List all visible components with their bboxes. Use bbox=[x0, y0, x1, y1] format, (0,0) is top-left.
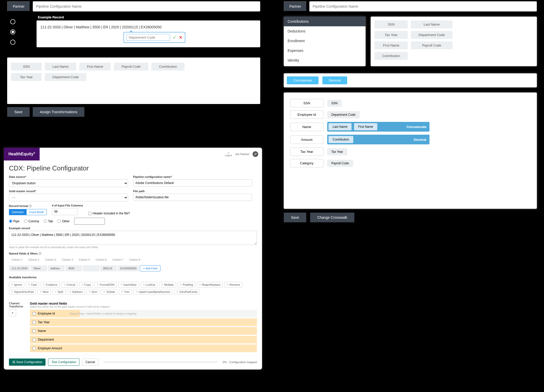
chip-ssn[interactable]: SSN bbox=[375, 20, 408, 28]
transform-subtract[interactable]: ⠿ Subtract bbox=[67, 289, 85, 295]
field-chip-contribution[interactable]: Contribution bbox=[151, 63, 185, 71]
mapping-combined[interactable]: Last NameFirst NameConcatenate bbox=[327, 122, 429, 132]
header-included-checkbox[interactable]: Header included in the file? bbox=[88, 212, 130, 215]
transform-regexreplace[interactable]: ⠿ RegexReplace bbox=[197, 282, 223, 287]
column-value[interactable]: 111-22-3333 bbox=[9, 265, 30, 271]
transform-padding[interactable]: ⠿ Padding bbox=[178, 282, 195, 287]
master-row-checkbox[interactable] bbox=[32, 329, 36, 333]
transform-uppercasealphanumeric[interactable]: ⠿ UpperCaseAlphaNumeric bbox=[133, 289, 173, 295]
pipeline-config-name-input[interactable] bbox=[33, 1, 260, 11]
field-chip-payroll[interactable]: Payroll Code bbox=[114, 63, 148, 71]
list-item-expenses[interactable]: Expenses bbox=[284, 46, 366, 55]
partner-button-c[interactable]: Partner bbox=[284, 1, 307, 11]
data-source-select[interactable]: Dropdown button bbox=[9, 179, 128, 187]
transform-formatssn[interactable]: ⠿ FormatSSN bbox=[95, 282, 117, 287]
num-cols-input[interactable] bbox=[52, 208, 77, 215]
transform-inputvalue[interactable]: ⠿ InputValue bbox=[118, 282, 139, 287]
field-name-input[interactable] bbox=[127, 34, 170, 41]
radio-option-2[interactable] bbox=[10, 29, 15, 34]
save-configuration-button[interactable]: 🖫 Save Configuration bbox=[9, 359, 46, 366]
transform-concat[interactable]: ⠿ Concat bbox=[61, 282, 78, 287]
column-value[interactable]: 3500 bbox=[65, 265, 82, 271]
list-item-deductions[interactable]: Deductions bbox=[284, 26, 366, 36]
chip-firstname[interactable]: First Name bbox=[375, 41, 408, 49]
master-row[interactable]: Tax Year bbox=[30, 318, 257, 326]
chip-payroll[interactable]: Payroll Code bbox=[411, 41, 452, 49]
transform-concatenate[interactable]: Concatenate bbox=[287, 76, 319, 84]
master-row-checkbox[interactable] bbox=[32, 321, 36, 324]
cancel-button[interactable]: Cancel bbox=[82, 359, 98, 366]
save-button[interactable]: Save bbox=[7, 107, 30, 117]
field-chip-taxyear[interactable]: Tax Year bbox=[11, 73, 42, 81]
pipeline-config-name-input-c[interactable] bbox=[309, 1, 537, 11]
mapping-source-chip[interactable]: Department Code bbox=[327, 111, 360, 118]
transform-decimal[interactable]: Decimal bbox=[322, 76, 347, 84]
transform-zeropadcents[interactable]: ⠿ ZeroPadCents bbox=[174, 289, 200, 295]
partner-button[interactable]: Partner bbox=[7, 1, 30, 11]
master-row[interactable]: Department bbox=[30, 336, 257, 343]
chip-taxyear[interactable]: Tax Year bbox=[375, 31, 408, 39]
mapping-source-chip[interactable]: SSN bbox=[327, 100, 342, 107]
change-crosswalk-button[interactable]: Change Crosswalk bbox=[310, 213, 355, 222]
column-value[interactable] bbox=[83, 265, 99, 271]
field-chip-lastname[interactable]: Last Name bbox=[45, 63, 76, 71]
transform-sum[interactable]: ⠿ Sum bbox=[86, 289, 100, 295]
gold-master-select[interactable]: - - bbox=[9, 194, 128, 201]
assign-transformations-button[interactable]: Assign Transformations bbox=[33, 107, 84, 117]
add-field-button[interactable]: + Add Field bbox=[140, 265, 161, 271]
mapping-target[interactable]: Category bbox=[290, 159, 323, 167]
transform-ignore[interactable]: ⠿ Ignore bbox=[9, 282, 24, 287]
transform-trim[interactable]: ⠿ Trim bbox=[119, 289, 132, 295]
mapping-source-chip[interactable]: First Name bbox=[354, 123, 377, 130]
user-avatar[interactable]: JP bbox=[253, 151, 258, 157]
transform-rename[interactable]: ⠿ Rename bbox=[224, 282, 242, 287]
file-path-input[interactable] bbox=[133, 194, 252, 201]
mapping-target[interactable]: Employee Id bbox=[290, 110, 323, 119]
column-value[interactable]: 300115 bbox=[100, 265, 117, 271]
transform-lookup[interactable]: ⠿ LookUp bbox=[141, 282, 158, 287]
field-chip-deptcode[interactable]: Department Code bbox=[45, 73, 86, 81]
logout-button[interactable]: ⎋ Logout bbox=[225, 152, 232, 157]
mapping-combined[interactable]: ContributionDecimal bbox=[327, 135, 429, 144]
other-delim-input[interactable] bbox=[74, 218, 105, 225]
mapping-target[interactable]: Name bbox=[290, 123, 323, 131]
mapping-target[interactable]: Amount bbox=[290, 135, 323, 144]
mapping-target[interactable]: SSN bbox=[290, 99, 323, 107]
add-chained-button[interactable]: + bbox=[9, 309, 16, 316]
save-button-c[interactable]: Save bbox=[284, 213, 306, 222]
example-record-textarea[interactable]: 111-22-3333 | Oliver | Matthew | 3500 | … bbox=[9, 231, 257, 245]
transform-coalesce[interactable]: ⠿ Coalesce bbox=[41, 282, 60, 287]
confirm-icon[interactable]: ✓ bbox=[173, 35, 176, 40]
seg-fixed-width[interactable]: Fixed Width bbox=[26, 209, 47, 215]
transform-multiply[interactable]: ⠿ Multiply bbox=[159, 282, 176, 287]
transform-todate[interactable]: ⠿ ToDate bbox=[101, 289, 117, 295]
radio-option-1[interactable] bbox=[10, 19, 15, 24]
radio-comma[interactable]: Comma bbox=[24, 220, 39, 223]
transform-cast[interactable]: ⠿ Cast bbox=[26, 282, 39, 287]
seg-delimited[interactable]: Delimited bbox=[9, 209, 26, 215]
radio-option-3[interactable] bbox=[10, 40, 15, 45]
radio-pipe[interactable]: Pipe bbox=[9, 220, 19, 223]
field-chip-firstname[interactable]: First Name bbox=[79, 63, 111, 71]
column-value[interactable]: latthew bbox=[48, 265, 65, 271]
mapping-source-chip[interactable]: Last Name bbox=[328, 123, 352, 130]
mapping-source-chip[interactable]: Tax Year bbox=[327, 148, 347, 155]
radio-tab[interactable]: Tab bbox=[44, 220, 53, 223]
column-value[interactable]: EX26005050 bbox=[118, 265, 139, 271]
master-row[interactable]: Employee IdDrag & Drop - named fields or… bbox=[30, 310, 257, 317]
radio-other[interactable]: Other bbox=[58, 220, 70, 223]
transform-split[interactable]: ⠿ Split bbox=[52, 289, 65, 295]
chip-lastname[interactable]: Last Name bbox=[411, 20, 452, 28]
cancel-icon[interactable]: ✕ bbox=[179, 35, 182, 40]
config-name-input[interactable] bbox=[133, 179, 252, 187]
column-value[interactable]: Oliver bbox=[31, 265, 47, 271]
transform-signedzeropad[interactable]: ⠿ SignedZeroPad bbox=[9, 289, 36, 295]
master-row[interactable]: Name bbox=[30, 327, 257, 335]
mapping-source-chip[interactable]: Payroll Code bbox=[327, 160, 353, 167]
list-item-identity[interactable]: Identity bbox=[284, 55, 366, 65]
field-chip-ssn[interactable]: SSN bbox=[11, 63, 42, 71]
transform-copy[interactable]: ⠿ Copy bbox=[79, 282, 93, 287]
transform-slice[interactable]: ⠿ Slice bbox=[37, 289, 51, 295]
list-item-contributions[interactable]: Contributions bbox=[284, 17, 366, 26]
chip-contribution[interactable]: Contribution bbox=[375, 52, 408, 60]
